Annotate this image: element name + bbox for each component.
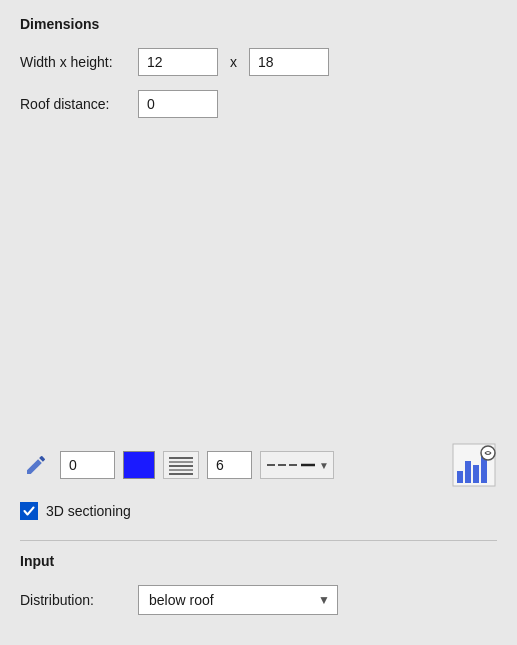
toolbar-row: ▼ — [20, 442, 497, 492]
height-input[interactable] — [249, 48, 329, 76]
pencil-icon[interactable] — [20, 449, 52, 481]
toolbar-number-input[interactable] — [60, 451, 115, 479]
main-panel: Dimensions Width x height: x Roof distan… — [0, 0, 517, 645]
svg-rect-8 — [457, 471, 463, 483]
quantity-input[interactable] — [207, 451, 252, 479]
dimensions-title: Dimensions — [20, 16, 497, 32]
roof-distance-row: Roof distance: — [20, 90, 497, 118]
distribution-select-wrapper: below roof above roof uniform ▼ — [138, 585, 338, 615]
roof-distance-label: Roof distance: — [20, 96, 130, 112]
color-swatch[interactable] — [123, 451, 155, 479]
dash-line-display — [265, 457, 317, 473]
x-separator: x — [230, 54, 237, 70]
distribution-select[interactable]: below roof above roof uniform — [138, 585, 338, 615]
middle-spacer — [20, 144, 497, 442]
width-height-row: Width x height: x — [20, 48, 497, 76]
distribution-row: Distribution: below roof above roof unif… — [20, 585, 497, 615]
dash-dropdown-arrow: ▼ — [319, 460, 329, 471]
sectioning-label: 3D sectioning — [46, 503, 131, 519]
dimensions-section: Dimensions Width x height: x Roof distan… — [20, 16, 497, 132]
dash-line-selector[interactable]: ▼ — [260, 451, 334, 479]
sectioning-row: 3D sectioning — [20, 502, 497, 520]
width-input[interactable] — [138, 48, 218, 76]
bottom-controls: ▼ — [20, 442, 497, 629]
roof-distance-input[interactable] — [138, 90, 218, 118]
svg-rect-9 — [465, 461, 471, 483]
width-height-label: Width x height: — [20, 54, 130, 70]
svg-point-12 — [481, 446, 495, 460]
distribution-label: Distribution: — [20, 592, 130, 608]
sectioning-checkbox[interactable] — [20, 502, 38, 520]
svg-rect-10 — [473, 465, 479, 483]
input-section: Input Distribution: below roof above roo… — [20, 540, 497, 629]
input-title: Input — [20, 553, 497, 569]
lines-icon[interactable] — [163, 451, 199, 479]
chart-icon[interactable] — [451, 442, 497, 488]
